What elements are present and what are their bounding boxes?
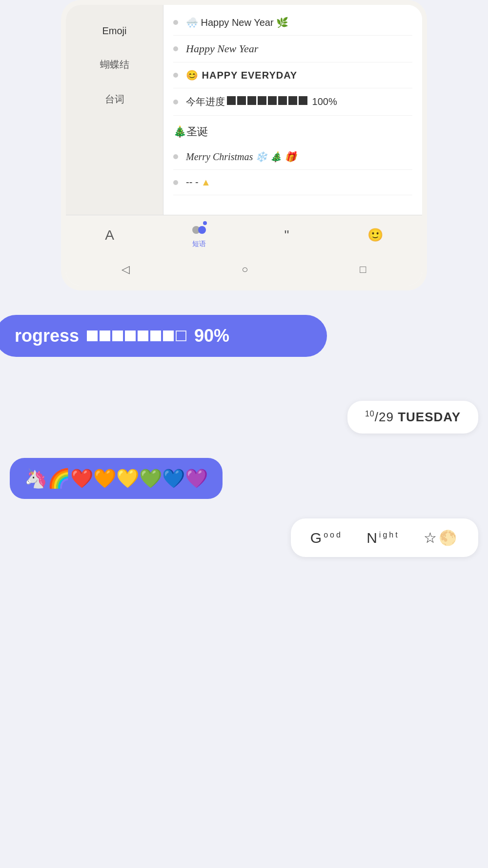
phrase-text: 😊 HAPPY EVERYDAY bbox=[186, 69, 297, 81]
emoji-bubble: 🦄🌈❤️🧡💛💚💙💜 bbox=[10, 458, 223, 499]
star-icon: ☆ bbox=[424, 530, 439, 546]
list-item[interactable]: Merry Christmas ❄️ 🎄 🎁 bbox=[173, 144, 412, 170]
date-sup: 10 bbox=[365, 410, 375, 418]
emoji-toolbar-btn[interactable]: 🙂 bbox=[364, 226, 387, 245]
back-nav-btn[interactable]: ◁ bbox=[112, 261, 140, 278]
emoji-content: 🦄🌈❤️🧡💛💚💙💜 bbox=[24, 468, 208, 489]
phrase-text: 🌨️ Happy New Year 🌿 bbox=[186, 17, 288, 28]
date-text: 10/29 TUESDAY bbox=[365, 410, 461, 424]
quotes-toolbar-btn[interactable]: " bbox=[281, 225, 293, 246]
progress-banner-row: rogress 90% bbox=[0, 315, 488, 381]
emoji-bubble-row: 🦄🌈❤️🧡💛💚💙💜 bbox=[0, 434, 488, 499]
bullet-icon bbox=[173, 20, 178, 25]
progress-percent: 90% bbox=[194, 326, 229, 346]
phrases-toolbar-btn[interactable]: 短语 bbox=[188, 220, 210, 250]
date-bubble: 10/29 TUESDAY bbox=[347, 401, 478, 434]
nav-bar: ◁ ○ □ bbox=[66, 253, 422, 286]
gn-sup-ood: ood bbox=[324, 531, 343, 539]
gn-sup-ight: ight bbox=[379, 531, 400, 539]
phrase-text: -- - ▲ bbox=[186, 177, 211, 188]
phrases-icon bbox=[192, 222, 206, 239]
goodnight-text: Good Night ☆🌕 bbox=[310, 530, 459, 546]
bullet-icon bbox=[173, 100, 178, 104]
goodnight-bubble-row: Good Night ☆🌕 bbox=[0, 499, 488, 557]
bullet-icon bbox=[173, 73, 178, 78]
bullet-icon bbox=[173, 46, 178, 51]
progress-bar-inline bbox=[227, 96, 307, 105]
progress-banner: rogress 90% bbox=[0, 315, 327, 357]
bullet-icon bbox=[173, 180, 178, 185]
keyboard-toolbar: A 短语 " 🙂 bbox=[66, 215, 422, 253]
progress-blocks bbox=[87, 331, 186, 341]
svg-point-1 bbox=[198, 226, 206, 234]
font-icon: A bbox=[105, 227, 114, 244]
phrases-label: 短语 bbox=[192, 240, 206, 248]
bullet-icon bbox=[173, 154, 178, 159]
phrases-list[interactable]: 🌨️ Happy New Year 🌿 Happy New Year 😊 HAP… bbox=[163, 5, 422, 215]
sidebar-item-emoji[interactable]: Emoji bbox=[66, 15, 163, 47]
list-item[interactable]: -- - ▲ bbox=[173, 170, 412, 195]
keyboard-sidebar: Emoji 蝴蝶结 台词 bbox=[66, 5, 163, 215]
list-item[interactable]: 😊 HAPPY EVERYDAY bbox=[173, 62, 412, 88]
list-item[interactable]: Happy New Year bbox=[173, 36, 412, 62]
progress-prefix: rogress bbox=[15, 326, 79, 346]
quotes-icon: " bbox=[285, 227, 289, 244]
date-bubble-row: 10/29 TUESDAY bbox=[0, 381, 488, 434]
phrase-text: Merry Christmas ❄️ 🎄 🎁 bbox=[186, 151, 297, 163]
emoji-icon: 🙂 bbox=[367, 227, 383, 243]
sidebar-item-butterfly[interactable]: 蝴蝶结 bbox=[66, 47, 163, 82]
recents-nav-btn[interactable]: □ bbox=[350, 261, 376, 278]
keyboard-container: Emoji 蝴蝶结 台词 🌨️ Happy New Year 🌿 bbox=[66, 5, 422, 215]
phrase-text: Happy New Year bbox=[186, 42, 258, 55]
list-item[interactable]: 今年进度 100% bbox=[173, 88, 412, 116]
bottom-section: rogress 90% 10/29 TUESDAY 🦄🌈❤️🧡💛💚💙 bbox=[0, 315, 488, 577]
phone-mockup: Emoji 蝴蝶结 台词 🌨️ Happy New Year 🌿 bbox=[61, 0, 427, 290]
list-item[interactable]: 🌨️ Happy New Year 🌿 bbox=[173, 10, 412, 36]
phrase-text: 今年进度 100% bbox=[186, 95, 337, 108]
home-nav-btn[interactable]: ○ bbox=[232, 261, 258, 278]
moon-icon: 🌕 bbox=[439, 530, 459, 546]
sidebar-item-lines[interactable]: 台词 bbox=[66, 82, 163, 117]
goodnight-bubble: Good Night ☆🌕 bbox=[291, 518, 478, 557]
phone-screen: Emoji 蝴蝶结 台词 🌨️ Happy New Year 🌿 bbox=[66, 5, 422, 286]
font-toolbar-btn[interactable]: A bbox=[101, 225, 118, 246]
section-header-christmas: 🎄圣诞 bbox=[173, 116, 412, 144]
